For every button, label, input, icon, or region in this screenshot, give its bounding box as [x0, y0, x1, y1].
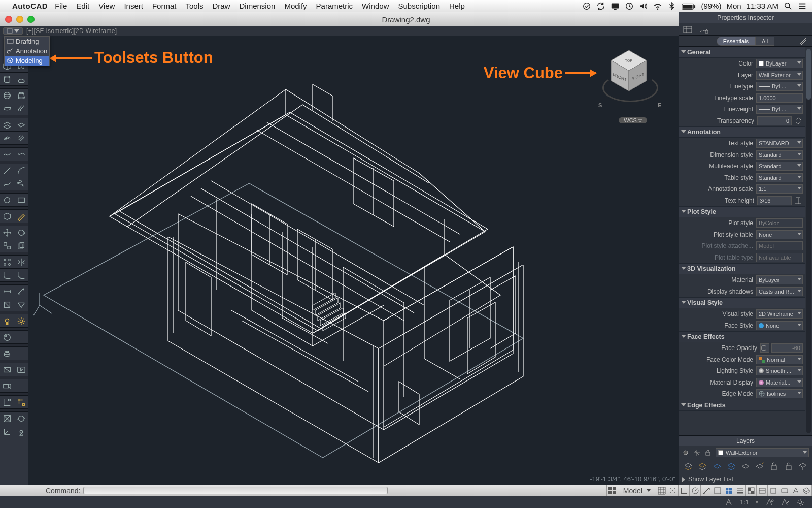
group-feffects[interactable]: Face Effects — [679, 331, 805, 342]
ctl-shadows[interactable]: Casts and R... — [756, 287, 803, 296]
sync-icon[interactable] — [596, 1, 605, 11]
zoom-icon[interactable] — [27, 16, 35, 23]
sb-ann[interactable] — [790, 485, 801, 496]
properties-icon[interactable] — [683, 25, 692, 34]
tool-sweep[interactable] — [14, 102, 28, 115]
ctl-md[interactable]: Material... — [756, 378, 803, 387]
ctl-ps[interactable]: ByColor — [756, 218, 803, 228]
toolset-menu[interactable]: Drafting Annotation Modeling — [4, 36, 50, 66]
tool-union[interactable] — [0, 118, 14, 131]
bluetooth-icon[interactable] — [667, 1, 676, 11]
layer-showlist[interactable]: Show Layer List — [679, 473, 812, 485]
group-plot[interactable]: Plot Style — [679, 206, 805, 217]
tool-view[interactable] — [0, 412, 14, 425]
tool-loft[interactable] — [14, 89, 28, 102]
tool-cylinder[interactable] — [0, 73, 14, 85]
wifi-icon[interactable] — [653, 1, 662, 11]
sb-osnap[interactable] — [712, 485, 723, 496]
ctl-color[interactable]: ByLayer — [756, 59, 803, 68]
menu-subscription[interactable]: Subscription — [398, 2, 440, 10]
tool-sun[interactable] — [14, 314, 28, 327]
view-cube[interactable]: TOP FRONT RIGHT S E — [598, 45, 659, 116]
display-icon[interactable] — [611, 1, 620, 11]
group-annotation[interactable]: Annotation — [679, 126, 805, 138]
tool-edit[interactable] — [14, 210, 28, 223]
layer-unlock[interactable] — [784, 461, 794, 471]
sb-iso[interactable] — [801, 485, 812, 496]
anno-scale[interactable]: 1:1 — [740, 499, 749, 506]
menu-dimension[interactable]: Dimension — [240, 2, 276, 10]
tool-play[interactable] — [14, 363, 28, 376]
tool-move[interactable] — [0, 226, 14, 239]
ctl-linetype[interactable]: ByL... — [756, 82, 803, 91]
sb-otrack[interactable] — [700, 485, 712, 496]
workspace-dropdown[interactable] — [3, 27, 23, 35]
tool-materials[interactable] — [0, 331, 14, 343]
tool-section[interactable] — [0, 298, 14, 311]
sb-dyn[interactable] — [723, 485, 734, 496]
sb-ortho[interactable] — [678, 485, 689, 496]
ctl-fstyle[interactable]: None — [756, 321, 803, 330]
layer-off[interactable] — [712, 461, 722, 471]
minimize-icon[interactable] — [16, 16, 23, 23]
tool-rotate[interactable] — [14, 226, 28, 239]
group-eeffects[interactable]: Edge Effects — [679, 400, 805, 411]
menu-modify[interactable]: Modify — [284, 2, 307, 10]
battery-icon[interactable] — [682, 2, 696, 10]
tool-orbit[interactable] — [14, 412, 28, 425]
tool-flatshot[interactable] — [0, 363, 14, 376]
tool-ucs[interactable] — [0, 396, 14, 408]
toolset-annotation[interactable]: Annotation — [5, 46, 49, 56]
layer-uniso[interactable] — [697, 461, 707, 471]
clock-day[interactable]: Mon — [726, 2, 741, 10]
sb-snap[interactable] — [667, 485, 678, 496]
tool-circle[interactable] — [0, 194, 14, 206]
tool-ucs2[interactable] — [14, 396, 28, 408]
menu-help[interactable]: Help — [449, 2, 465, 10]
menu-draw[interactable]: Draw — [213, 2, 230, 10]
group-3dvis[interactable]: 3D Visualization — [679, 263, 805, 274]
lock-icon[interactable] — [704, 449, 712, 456]
seg-all[interactable]: All — [755, 37, 774, 46]
tool-arc[interactable] — [14, 164, 28, 177]
ctl-fo-sw[interactable] — [760, 343, 769, 353]
layer-iso[interactable] — [683, 461, 693, 471]
timemachine-icon[interactable] — [625, 1, 634, 11]
ctl-mstyle[interactable]: Standard — [756, 162, 803, 171]
sb-polar[interactable] — [689, 485, 700, 496]
layer-thaw[interactable] — [755, 461, 765, 471]
xref-icon[interactable] — [699, 25, 708, 34]
tool-sphere[interactable] — [0, 89, 14, 102]
toolset-modeling[interactable]: Modeling — [5, 56, 49, 66]
ctl-ltscale[interactable]: 1.0000 — [756, 93, 803, 103]
clock-time[interactable]: 11:33 AM — [747, 2, 779, 10]
layer-freeze[interactable] — [740, 461, 751, 471]
tool-light[interactable] — [0, 314, 14, 327]
layer-match[interactable] — [798, 461, 808, 471]
group-general[interactable]: General — [679, 47, 805, 58]
ctl-layer[interactable]: Wall-Exterior — [756, 71, 803, 80]
gear-icon[interactable] — [796, 498, 805, 506]
drawing-canvas[interactable]: Toolsets Button View Cube TOP FRONT RIGH… — [28, 36, 679, 485]
menu-edit[interactable]: Edit — [76, 2, 89, 10]
ctl-fo[interactable]: -60 — [771, 343, 803, 353]
status-icon[interactable] — [582, 1, 591, 11]
sb-sc[interactable] — [767, 485, 779, 496]
menu-tools[interactable]: Tools — [185, 2, 203, 10]
layer-on[interactable] — [726, 461, 736, 471]
tool-interfere[interactable] — [14, 132, 28, 144]
tool-spline[interactable] — [14, 148, 28, 161]
menu-parametric[interactable]: Parametric — [316, 2, 353, 10]
ctl-dstyle[interactable]: Standard — [756, 150, 803, 160]
ctl-lweight[interactable]: ByL... — [756, 105, 803, 114]
tool-helix[interactable] — [14, 177, 28, 190]
annoauto-icon[interactable] — [781, 498, 790, 506]
menu-insert[interactable]: Insert — [124, 2, 143, 10]
ctl-ascale[interactable]: 1:1 — [756, 184, 803, 194]
tool-fillet[interactable] — [0, 269, 14, 281]
tool-surface[interactable] — [14, 73, 28, 85]
ctl-material[interactable]: ByLayer — [756, 275, 803, 284]
height-icon[interactable] — [794, 196, 803, 205]
tool-align[interactable] — [0, 239, 14, 252]
sb-layout[interactable] — [606, 485, 618, 496]
